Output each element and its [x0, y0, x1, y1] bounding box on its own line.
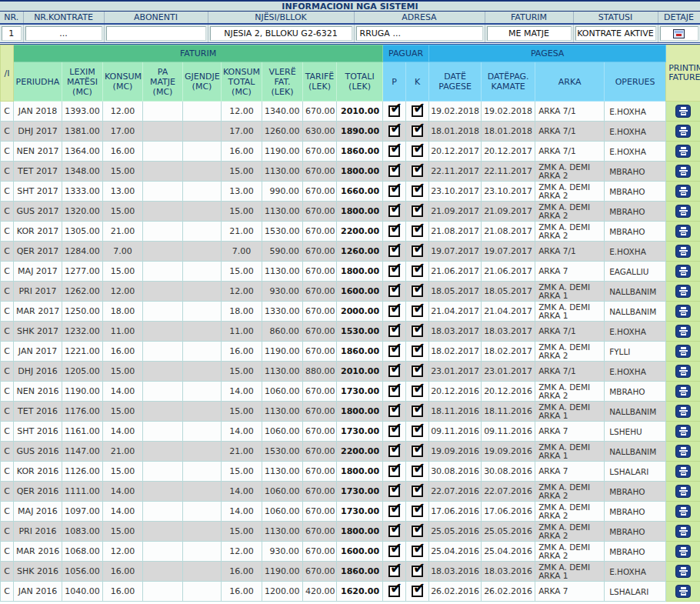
- paid-k-checkbox[interactable]: ✔: [412, 445, 423, 457]
- paid-p-checkbox[interactable]: ✔: [388, 245, 400, 257]
- print-invoice-button[interactable]: [675, 145, 691, 158]
- paid-p-checkbox[interactable]: ✔: [388, 385, 400, 397]
- paid-k-checkbox[interactable]: ✔: [412, 385, 423, 397]
- paid-k-checkbox[interactable]: ✔: [412, 105, 423, 117]
- paid-k-checkbox[interactable]: ✔: [412, 245, 423, 257]
- paid-p-checkbox[interactable]: ✔: [388, 486, 400, 497]
- paid-k-checkbox[interactable]: ✔: [412, 486, 423, 497]
- billing-row: CJAN 20171221.0016.0016.001190.00670.001…: [1, 342, 700, 362]
- paid-k-checkbox[interactable]: ✔: [412, 405, 423, 417]
- cell-totali: 1800.00: [337, 202, 383, 222]
- print-invoice-button[interactable]: [675, 185, 691, 198]
- paid-k-checkbox[interactable]: ✔: [412, 185, 423, 197]
- print-invoice-button[interactable]: [675, 525, 691, 538]
- paid-k-checkbox[interactable]: ✔: [412, 145, 423, 157]
- paid-p-checkbox[interactable]: ✔: [388, 345, 400, 357]
- paid-p-checkbox[interactable]: ✔: [388, 265, 400, 277]
- paid-k-checkbox[interactable]: ✔: [412, 205, 423, 217]
- paid-p-checkbox[interactable]: ✔: [388, 586, 400, 597]
- paid-p-checkbox[interactable]: ✔: [388, 365, 400, 377]
- cell-arka: ARKA 7/1: [535, 102, 605, 122]
- paid-p-checkbox[interactable]: ✔: [388, 305, 400, 317]
- paid-k-checkbox[interactable]: ✔: [412, 285, 423, 297]
- cell-datepag_kamate: 23.01.2017: [482, 362, 535, 382]
- paid-k-checkbox[interactable]: ✔: [412, 345, 423, 357]
- print-invoice-button[interactable]: [675, 265, 691, 278]
- print-invoice-button[interactable]: [675, 365, 691, 378]
- cell-arka: ARKA 7/1: [535, 122, 605, 142]
- print-invoice-button[interactable]: [675, 165, 691, 178]
- paid-k-checkbox[interactable]: ✔: [412, 506, 423, 517]
- paid-k-checkbox[interactable]: ✔: [412, 425, 423, 437]
- cell-print: [666, 542, 700, 562]
- print-invoice-button[interactable]: [675, 485, 691, 498]
- paid-k-checkbox[interactable]: ✔: [412, 165, 423, 177]
- print-invoice-button[interactable]: [675, 465, 691, 478]
- print-invoice-button[interactable]: [675, 325, 691, 338]
- cell-p: ✔: [383, 482, 406, 502]
- paid-p-checkbox[interactable]: ✔: [388, 105, 400, 117]
- cell-gjendje: [183, 362, 222, 382]
- print-invoice-button[interactable]: [675, 205, 691, 218]
- cell-konsum_total: 14.00: [222, 502, 262, 522]
- paid-p-checkbox[interactable]: ✔: [388, 445, 400, 457]
- paid-p-checkbox[interactable]: ✔: [388, 405, 400, 417]
- print-invoice-button[interactable]: [675, 405, 691, 418]
- paid-p-checkbox[interactable]: ✔: [388, 466, 400, 477]
- cell-konsumi: 11.00: [103, 322, 143, 342]
- print-invoice-button[interactable]: [675, 445, 691, 458]
- paid-p-checkbox[interactable]: ✔: [388, 526, 400, 537]
- cell-arka: ZMK A. DEMI ARKA 2: [535, 222, 605, 242]
- paid-p-checkbox[interactable]: ✔: [388, 325, 400, 337]
- print-invoice-button[interactable]: [675, 285, 691, 298]
- print-invoice-button[interactable]: [675, 245, 691, 258]
- cell-gjendje: [183, 282, 222, 302]
- paid-p-checkbox[interactable]: ✔: [388, 566, 400, 577]
- paid-p-checkbox[interactable]: ✔: [388, 506, 400, 517]
- paid-p-checkbox[interactable]: ✔: [388, 225, 400, 237]
- print-invoice-button[interactable]: [675, 425, 691, 438]
- paid-k-checkbox[interactable]: ✔: [412, 305, 423, 317]
- cell-pa_matje: [143, 242, 183, 262]
- cell-k: ✔: [406, 582, 429, 602]
- paid-k-checkbox[interactable]: ✔: [412, 325, 423, 337]
- paid-k-checkbox[interactable]: ✔: [412, 586, 423, 597]
- paid-k-checkbox[interactable]: ✔: [412, 466, 423, 477]
- check-icon: ✔: [390, 182, 402, 196]
- paid-p-checkbox[interactable]: ✔: [388, 165, 400, 177]
- paid-k-checkbox[interactable]: ✔: [412, 265, 423, 277]
- print-invoice-button[interactable]: [675, 225, 691, 238]
- print-invoice-button[interactable]: [675, 105, 691, 118]
- details-window-icon[interactable]: [673, 29, 685, 38]
- paid-p-checkbox[interactable]: ✔: [388, 546, 400, 557]
- print-invoice-button[interactable]: [675, 345, 691, 358]
- cell-date_pagese: 18.11.2016: [429, 402, 482, 422]
- print-invoice-button[interactable]: [675, 125, 691, 138]
- paid-p-checkbox[interactable]: ✔: [388, 145, 400, 157]
- print-invoice-button[interactable]: [675, 585, 691, 598]
- paid-k-checkbox[interactable]: ✔: [412, 566, 423, 577]
- print-invoice-button[interactable]: [675, 385, 691, 398]
- print-invoice-button[interactable]: [675, 565, 691, 578]
- paid-k-checkbox[interactable]: ✔: [412, 526, 423, 537]
- print-invoice-button[interactable]: [675, 305, 691, 318]
- cell-type: C: [1, 482, 14, 502]
- paid-k-checkbox[interactable]: ✔: [412, 546, 423, 557]
- paid-p-checkbox[interactable]: ✔: [388, 125, 400, 137]
- cell-date_pagese: 19.02.2018: [429, 102, 482, 122]
- paid-p-checkbox[interactable]: ✔: [388, 425, 400, 437]
- print-invoice-button[interactable]: [675, 545, 691, 558]
- cell-operues: MBRAHO: [605, 182, 666, 202]
- cell-vlere_fat: 1200.00: [262, 582, 303, 602]
- paid-p-checkbox[interactable]: ✔: [388, 205, 400, 217]
- paid-k-checkbox[interactable]: ✔: [412, 365, 423, 377]
- paid-k-checkbox[interactable]: ✔: [412, 225, 423, 237]
- check-icon: ✔: [413, 222, 425, 236]
- print-invoice-button[interactable]: [675, 505, 691, 518]
- cell-arka: ZMK A. DEMI ARKA 2: [535, 542, 605, 562]
- paid-k-checkbox[interactable]: ✔: [412, 125, 423, 137]
- paid-p-checkbox[interactable]: ✔: [388, 285, 400, 297]
- cell-p: ✔: [383, 282, 406, 302]
- paid-p-checkbox[interactable]: ✔: [388, 185, 400, 197]
- check-icon: ✔: [390, 382, 402, 396]
